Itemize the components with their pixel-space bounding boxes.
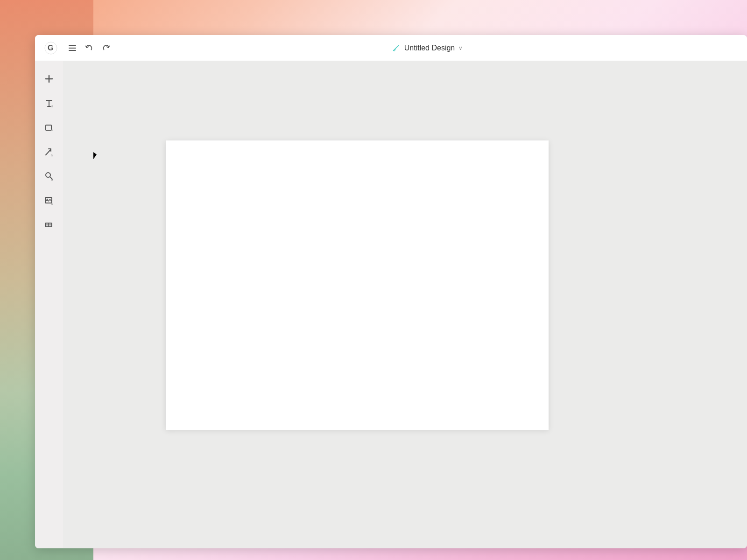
logo-icon: G <box>44 42 57 55</box>
canvas-page <box>166 140 549 430</box>
toolbar: G <box>35 35 747 61</box>
sidebar-tool-shape[interactable]: a <box>41 119 57 136</box>
shape-icon: a <box>44 123 54 132</box>
undo-button[interactable] <box>82 41 97 56</box>
svg-rect-3 <box>69 48 76 49</box>
sidebar-tool-table[interactable] <box>41 216 57 233</box>
sidebar-tool-add[interactable] <box>41 70 57 87</box>
svg-text:a: a <box>51 154 53 156</box>
svg-point-19 <box>47 199 48 200</box>
table-icon <box>44 220 54 229</box>
sidebar-tool-image[interactable]: a <box>41 192 57 209</box>
svg-text:a: a <box>51 105 53 108</box>
design-title-icon <box>392 44 401 52</box>
menu-button[interactable] <box>65 41 80 56</box>
canvas-area[interactable] <box>63 61 747 548</box>
svg-text:a: a <box>51 178 53 181</box>
app-body: a a a <box>35 61 747 548</box>
undo-icon <box>85 44 93 52</box>
redo-icon <box>102 44 110 52</box>
sidebar-tool-zoom[interactable]: a <box>41 168 57 184</box>
menu-icon <box>68 43 77 53</box>
app-window: G <box>35 35 747 548</box>
design-title-text: Untitled Design <box>404 44 455 52</box>
cursor-pointer <box>93 152 97 159</box>
logo-button[interactable]: G <box>42 40 59 56</box>
toolbar-center: Untitled Design ∨ <box>115 41 740 55</box>
svg-text:G: G <box>48 44 53 52</box>
text-icon: a <box>44 98 54 108</box>
svg-rect-4 <box>69 50 76 51</box>
chevron-down-icon: ∨ <box>458 45 463 51</box>
zoom-icon: a <box>44 171 54 181</box>
design-title-button[interactable]: Untitled Design ∨ <box>388 41 468 55</box>
sidebar: a a a <box>35 61 63 548</box>
sidebar-tool-line[interactable]: a <box>41 143 57 160</box>
svg-text:a: a <box>51 128 53 132</box>
add-icon <box>44 74 54 84</box>
image-icon: a <box>44 196 54 205</box>
line-icon: a <box>44 147 54 156</box>
svg-line-13 <box>46 149 51 155</box>
redo-button[interactable] <box>99 41 113 56</box>
sidebar-tool-text[interactable]: a <box>41 95 57 112</box>
svg-text:a: a <box>51 202 53 205</box>
svg-rect-2 <box>69 45 76 46</box>
